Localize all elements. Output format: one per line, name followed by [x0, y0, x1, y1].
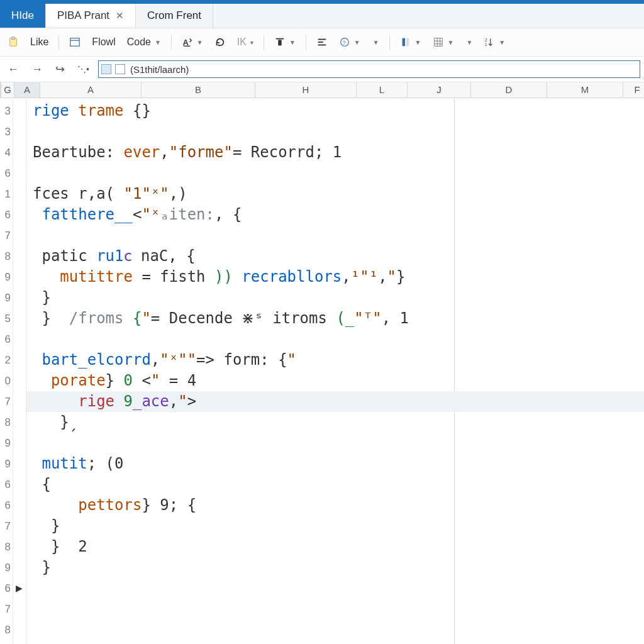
- line-number-gutter: 33461678995620789966789678: [0, 98, 13, 644]
- code-line[interactable]: mutit; (0: [33, 453, 644, 474]
- code-line[interactable]: } 2: [33, 536, 644, 557]
- column-icon[interactable]: ▼: [396, 35, 425, 50]
- code-label: Code: [127, 36, 151, 48]
- tab-label: HIde: [11, 9, 34, 22]
- align-left-icon[interactable]: [313, 35, 331, 50]
- chevron-down-icon: ▼: [415, 39, 421, 46]
- redo-arrow-icon[interactable]: ↪: [52, 61, 69, 77]
- code-line[interactable]: }: [33, 557, 644, 578]
- chevron-down-icon: ▼: [499, 39, 505, 46]
- code-line[interactable]: {: [33, 474, 644, 495]
- code-line[interactable]: fatthere__<"ˣₐiten:, {: [33, 204, 644, 225]
- address-input[interactable]: [129, 64, 637, 75]
- code-line[interactable]: patic ru1ⅽ naC, {: [33, 246, 644, 267]
- fold-marker-icon[interactable]: ▶: [16, 583, 23, 593]
- code-line[interactable]: }̗: [33, 412, 644, 433]
- editor-body: 33461678995620789966789678 ▶ rige trame …: [0, 98, 644, 644]
- svg-rect-15: [434, 38, 442, 47]
- line-number: 3: [0, 121, 13, 142]
- chevron-down-icon: ▼: [197, 39, 203, 46]
- sort-icon[interactable]: 21 ▼: [480, 35, 509, 50]
- text-orientation-icon[interactable]: A ▼: [178, 35, 207, 50]
- column-header-cell[interactable]: F: [623, 82, 644, 97]
- line-number: 0: [0, 370, 13, 391]
- refresh-icon[interactable]: [211, 35, 230, 50]
- flowl-label: Flowl: [92, 36, 115, 48]
- chevron-down-icon: ▼: [155, 39, 161, 46]
- separator: [171, 35, 172, 50]
- target-icon[interactable]: ⋱•: [74, 63, 93, 75]
- line-number: 6: [0, 474, 13, 495]
- column-header-cell[interactable]: D: [471, 82, 547, 97]
- window-icon[interactable]: [65, 35, 84, 50]
- line-number: 1: [0, 184, 13, 204]
- address-sheet-icon: [115, 64, 125, 74]
- tab-hide[interactable]: HIde: [0, 4, 46, 28]
- column-header-cell[interactable]: G: [1, 82, 14, 97]
- code-line[interactable]: rige 9_ace,">: [33, 391, 644, 412]
- column-header-cell[interactable]: M: [547, 82, 623, 97]
- address-bar[interactable]: [98, 60, 640, 78]
- code-line[interactable]: rige trame {}: [33, 101, 644, 121]
- code-line[interactable]: Beartube: ever,"forme"= Recorrd; 1: [33, 142, 644, 163]
- code-line[interactable]: [33, 433, 644, 453]
- code-line[interactable]: porate} 0 <" = 4: [33, 370, 644, 391]
- circle-icon[interactable]: ? ▼: [335, 35, 364, 50]
- forward-icon[interactable]: →: [28, 62, 47, 77]
- line-number: 4: [0, 142, 13, 163]
- tab-bar: HIde PIBA Prant ✕ Crom Frent: [0, 4, 644, 28]
- column-header-cell[interactable]: A: [40, 82, 142, 97]
- code-line[interactable]: fces r,a( "1"ˣ",): [33, 184, 644, 204]
- line-number: 9: [0, 453, 13, 474]
- close-icon[interactable]: ✕: [116, 10, 124, 21]
- ik-dropdown[interactable]: IK▾: [233, 35, 257, 50]
- fold-gutter: ▶: [13, 98, 26, 644]
- line-number: 5: [0, 308, 13, 329]
- column-header-cell[interactable]: B: [142, 82, 255, 97]
- column-header-cell[interactable]: A: [14, 82, 40, 97]
- more-dropdown[interactable]: ▼: [368, 37, 383, 48]
- paste-icon[interactable]: [4, 35, 23, 50]
- column-header-cell[interactable]: H: [255, 82, 357, 97]
- align-top-icon[interactable]: ▼: [270, 35, 299, 50]
- line-number: 9: [0, 287, 13, 308]
- code-line[interactable]: [33, 619, 644, 640]
- separator: [264, 35, 264, 50]
- line-number: 6: [0, 163, 13, 184]
- code-line[interactable]: pettors} 9; {: [33, 495, 644, 516]
- code-line[interactable]: [33, 225, 644, 246]
- tab-crom-frent[interactable]: Crom Frent: [136, 4, 213, 28]
- column-header-cell[interactable]: J: [408, 82, 471, 97]
- like-button[interactable]: Like: [26, 35, 52, 50]
- column-header-cell[interactable]: L: [357, 82, 408, 97]
- line-number: 7: [0, 599, 13, 619]
- tab-piba-prant[interactable]: PIBA Prant ✕: [46, 4, 136, 28]
- code-line[interactable]: [33, 163, 644, 184]
- code-line[interactable]: [33, 329, 644, 350]
- code-dropdown[interactable]: Code▼: [123, 35, 165, 50]
- line-number: 8: [0, 536, 13, 557]
- nav-row: ← → ↪ ⋱•: [0, 57, 644, 82]
- back-icon[interactable]: ←: [4, 62, 23, 77]
- blank-dropdown[interactable]: ▼: [461, 37, 476, 48]
- chevron-down-icon: ▼: [466, 39, 472, 46]
- column-header: GAABHLJDMF: [0, 82, 644, 98]
- chevron-down-icon: ▼: [289, 39, 296, 46]
- line-number: 9: [0, 433, 13, 453]
- code-editor[interactable]: rige trame {} Beartube: ever,"forme"= Re…: [26, 98, 644, 644]
- code-line[interactable]: }: [33, 516, 644, 536]
- line-number: 6: [0, 204, 13, 225]
- code-line[interactable]: [33, 599, 644, 619]
- separator: [306, 35, 306, 50]
- code-line[interactable]: } /froms {"= Decende ⋇ˢ itroms (_"ᵀ", 1: [33, 308, 644, 329]
- code-line[interactable]: mutittre = fisth )) recrabllors,¹"¹,"}: [33, 267, 644, 287]
- code-line[interactable]: bart_elcorrd,"ˣ""=> form: {": [33, 350, 644, 370]
- line-number: 8: [0, 619, 13, 640]
- code-line[interactable]: }: [33, 287, 644, 308]
- line-number: 7: [0, 225, 13, 246]
- code-line[interactable]: [33, 578, 644, 599]
- code-line[interactable]: [33, 121, 644, 142]
- flowl-button[interactable]: Flowl: [88, 35, 119, 50]
- grid-icon[interactable]: ▼: [429, 35, 458, 50]
- line-number: 7: [0, 391, 13, 412]
